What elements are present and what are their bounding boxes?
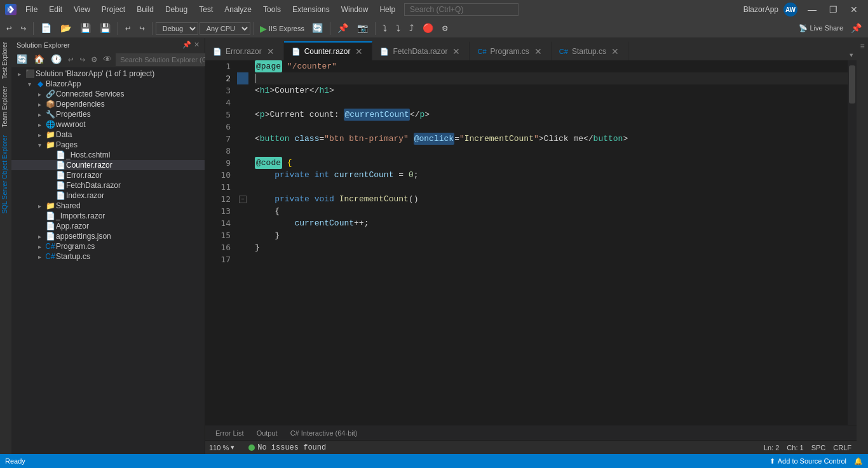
bottom-tab-error-list[interactable]: Error List <box>210 428 249 438</box>
menu-project[interactable]: Project <box>97 4 130 15</box>
tab-fetchdata-razor[interactable]: 📄 FetchData.razor ✕ <box>372 41 470 60</box>
tab-counter-razor-close[interactable]: ✕ <box>354 46 364 57</box>
tree-item-fetchdata-razor[interactable]: 📄 FetchData.razor <box>11 180 205 191</box>
menu-help[interactable]: Help <box>374 4 400 15</box>
test-explorer-tab[interactable]: Test Explorer <box>0 38 11 83</box>
code-line-17[interactable] <box>255 253 848 265</box>
tab-fetchdata-close[interactable]: ✕ <box>451 46 461 57</box>
toolbar-new-button[interactable]: 📄 <box>37 22 55 35</box>
menu-tools[interactable]: Tools <box>258 4 286 15</box>
se-sync-button[interactable]: 🔄 <box>14 53 30 66</box>
code-line-5[interactable]: < p >Current count: @currentCount </ p > <box>255 109 848 121</box>
toolbar-open-button[interactable]: 📂 <box>57 22 75 35</box>
toolbar-screenshot-button[interactable]: 📷 <box>353 22 372 35</box>
toolbar-step-into-button[interactable]: ⤵ <box>392 22 404 35</box>
code-line-16[interactable]: } <box>255 241 848 253</box>
se-pin-button[interactable]: 📌 <box>182 41 191 49</box>
toolbar-breakpoint-button[interactable]: 🔴 <box>419 22 437 35</box>
menu-edit[interactable]: Edit <box>44 4 67 15</box>
right-sidebar-button[interactable]: ≡ <box>860 41 864 53</box>
code-line-1[interactable]: @page "/counter" <box>255 60 848 72</box>
sql-server-tab[interactable]: SQL Server Object Explorer <box>0 131 11 218</box>
tree-item-appsettings[interactable]: ▸ 📄 appsettings.json <box>11 231 205 241</box>
tree-item-connected-services[interactable]: ▸ 🔗 Connected Services <box>11 89 205 99</box>
tab-error-razor-close[interactable]: ✕ <box>266 46 276 57</box>
menu-debug[interactable]: Debug <box>160 4 193 15</box>
tab-counter-razor[interactable]: 📄 Counter.razor ✕ <box>284 41 373 60</box>
toolbar-undo-button[interactable]: ↩ <box>121 22 134 35</box>
se-show-all-button[interactable]: 👁 <box>100 53 114 66</box>
toolbar-forward-button[interactable]: ↪ <box>17 22 29 35</box>
tree-item-error-razor[interactable]: 📄 Error.razor <box>11 170 205 180</box>
status-notifications-icon[interactable]: 🔔 <box>854 457 863 465</box>
code-line-8[interactable] <box>255 145 848 157</box>
vertical-scrollbar[interactable] <box>848 60 857 425</box>
toolbar-step-over-button[interactable]: ⤵ <box>379 22 391 35</box>
menu-build[interactable]: Build <box>132 4 159 15</box>
toolbar-back-button[interactable]: ↩ <box>3 22 15 35</box>
code-line-6[interactable] <box>255 121 848 133</box>
run-button[interactable]: ▶ IIS Express <box>257 22 307 35</box>
tree-item-app-razor[interactable]: 📄 App.razor <box>11 221 205 231</box>
toolbar-save-all-button[interactable]: 💾 <box>96 22 114 35</box>
tree-item-imports[interactable]: 📄 _Imports.razor <box>11 211 205 221</box>
status-source-control[interactable]: ⬆ Add to Source Control <box>770 457 846 465</box>
tab-scroll-right[interactable]: ▾ <box>846 50 857 60</box>
title-search-input[interactable] <box>404 3 519 16</box>
code-line-12[interactable]: private void IncrementCount () <box>255 193 848 205</box>
tree-item-solution[interactable]: ▸ ⬛ Solution 'BlazorApp' (1 of 1 project… <box>11 69 205 79</box>
se-close-button[interactable]: ✕ <box>194 41 200 49</box>
se-history-button[interactable]: 🕐 <box>48 53 64 66</box>
tree-item-index-razor[interactable]: 📄 Index.razor <box>11 191 205 201</box>
code-line-2[interactable] <box>255 72 848 84</box>
tree-item-wwwroot[interactable]: ▸ 🌐 wwwroot <box>11 119 205 130</box>
bottom-tab-csharp-interactive[interactable]: C# Interactive (64-bit) <box>285 428 363 438</box>
tree-item-data[interactable]: ▸ 📁 Data <box>11 130 205 140</box>
tab-startup-close[interactable]: ✕ <box>610 46 620 57</box>
se-forward-button[interactable]: ↪ <box>77 53 87 66</box>
bottom-tab-output[interactable]: Output <box>252 428 283 438</box>
code-line-15[interactable]: } <box>255 229 848 241</box>
code-content[interactable]: @page "/counter" < h1 >Counter</ h1 > <box>248 60 848 425</box>
maximize-button[interactable]: ❐ <box>824 4 843 15</box>
code-line-3[interactable]: < h1 >Counter</ h1 > <box>255 84 848 97</box>
gutter-12[interactable]: − <box>237 193 248 205</box>
close-button[interactable]: ✕ <box>845 4 863 15</box>
debug-config-dropdown[interactable]: Debug <box>156 22 198 35</box>
code-line-9[interactable]: @code { <box>255 157 848 169</box>
zoom-area[interactable]: 110 % ▾ <box>205 442 238 453</box>
se-filter-button[interactable]: ⚙ <box>89 53 99 66</box>
menu-view[interactable]: View <box>69 4 95 15</box>
toolbar-attach-button[interactable]: 📌 <box>334 22 352 35</box>
menu-test[interactable]: Test <box>194 4 218 15</box>
tab-startup-cs[interactable]: C# Startup.cs ✕ <box>552 41 628 60</box>
tree-item-host[interactable]: 📄 _Host.cshtml <box>11 150 205 160</box>
toolbar-pin-button[interactable]: 📌 <box>847 22 865 35</box>
code-line-7[interactable]: < button class = "btn btn-primary" @oncl… <box>255 133 848 145</box>
menu-window[interactable]: Window <box>336 4 374 15</box>
tree-item-properties[interactable]: ▸ 🔧 Properties <box>11 109 205 119</box>
toolbar-extra-button[interactable]: ⚙ <box>438 22 451 35</box>
tree-item-program-cs[interactable]: ▸ C# Program.cs <box>11 241 205 251</box>
tree-item-shared[interactable]: ▸ 📁 Shared <box>11 201 205 211</box>
code-line-4[interactable] <box>255 97 848 109</box>
code-line-11[interactable] <box>255 181 848 193</box>
tab-program-close[interactable]: ✕ <box>533 46 543 57</box>
tree-item-dependencies[interactable]: ▸ 📦 Dependencies <box>11 99 205 109</box>
tab-program-cs[interactable]: C# Program.cs ✕ <box>470 41 551 60</box>
platform-dropdown[interactable]: Any CPU <box>200 22 250 35</box>
tree-item-counter-razor[interactable]: 📄 Counter.razor <box>11 160 205 170</box>
se-home-button[interactable]: 🏠 <box>31 53 47 66</box>
code-line-13[interactable]: { <box>255 205 848 217</box>
toolbar-step-out-button[interactable]: ⤴ <box>405 22 417 35</box>
code-line-10[interactable]: private int currentCount = 0 ; <box>255 169 848 181</box>
minimize-button[interactable]: — <box>803 4 822 15</box>
tree-item-blazorapp[interactable]: ▾ ◆ BlazorApp <box>11 79 205 89</box>
tab-error-razor[interactable]: 📄 Error.razor ✕ <box>205 41 284 60</box>
se-refresh-button[interactable]: ↩ <box>65 53 76 66</box>
live-share-button[interactable]: 📡 Live Share <box>799 24 843 32</box>
scrollbar-thumb[interactable] <box>849 65 855 104</box>
team-explorer-tab[interactable]: Team Explorer <box>0 83 11 131</box>
user-avatar[interactable]: AW <box>783 3 797 17</box>
collapse-button-12[interactable]: − <box>239 196 247 203</box>
